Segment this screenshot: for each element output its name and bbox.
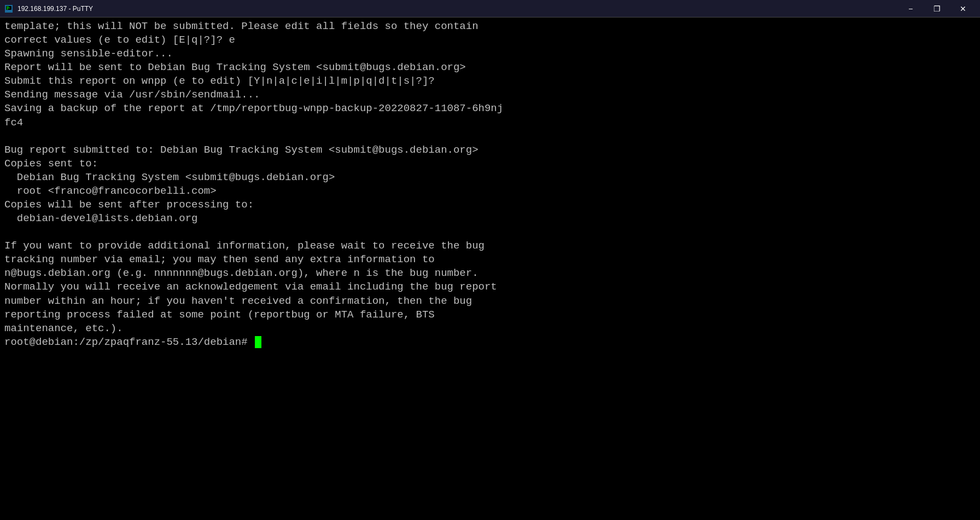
terminal-prompt-line: root@debian:/zp/zpaqfranz-55.13/debian# <box>4 336 976 349</box>
title-bar-controls: − ❐ ✕ <box>898 1 976 17</box>
close-button[interactable]: ✕ <box>950 1 976 17</box>
svg-rect-2 <box>7 7 9 7</box>
restore-button[interactable]: ❐ <box>924 1 949 17</box>
window-title: 192.168.199.137 - PuTTY <box>18 5 93 13</box>
title-bar-left: 192.168.199.137 - PuTTY <box>4 4 93 13</box>
minimize-button[interactable]: − <box>898 1 923 17</box>
terminal-area[interactable]: template; this will NOT be submitted. Pl… <box>0 18 980 520</box>
putty-icon <box>4 4 13 13</box>
terminal-output: template; this will NOT be submitted. Pl… <box>4 20 976 336</box>
terminal-cursor <box>255 336 261 348</box>
terminal-prompt: root@debian:/zp/zpaqfranz-55.13/debian# <box>4 336 254 349</box>
title-bar: 192.168.199.137 - PuTTY − ❐ ✕ <box>0 0 980 18</box>
svg-rect-4 <box>7 9 8 9</box>
svg-rect-3 <box>7 8 10 8</box>
